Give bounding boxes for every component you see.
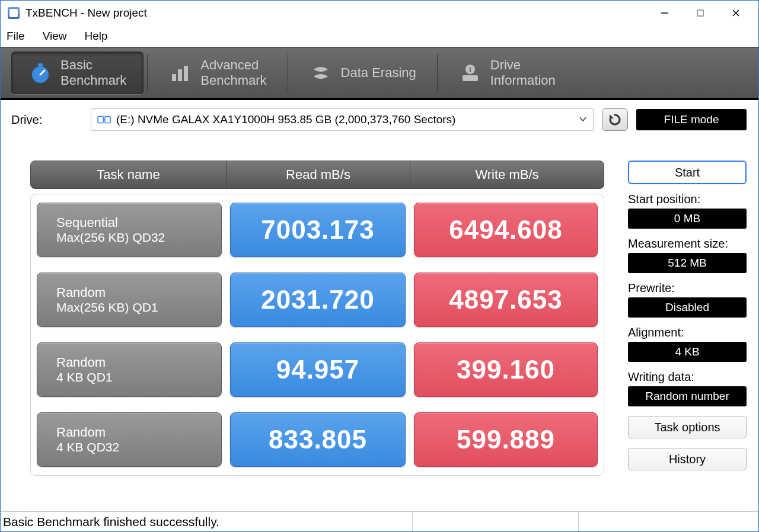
result-row: Random 4 KB QD32 833.805 599.889	[37, 412, 598, 467]
header-read: Read mB/s	[227, 161, 410, 188]
read-value: 833.805	[230, 412, 406, 467]
drive-info-icon: i	[458, 61, 482, 85]
menu-help[interactable]: Help	[84, 30, 107, 43]
svg-rect-9	[184, 66, 188, 81]
read-value: 2031.720	[230, 273, 406, 327]
task-title: Sequential	[56, 215, 221, 230]
bars-icon	[168, 61, 192, 85]
tab-label: Drive	[490, 57, 521, 72]
tab-label: Basic	[60, 57, 93, 72]
chevron-down-icon	[579, 113, 587, 126]
history-button[interactable]: History	[628, 448, 747, 470]
tab-label: Data Erasing	[341, 65, 416, 80]
file-mode-button[interactable]: FILE mode	[636, 109, 747, 130]
menu-view[interactable]: View	[43, 30, 67, 43]
start-button[interactable]: Start	[628, 161, 747, 184]
task-subtitle: 4 KB QD32	[56, 440, 221, 454]
task-subtitle: 4 KB QD1	[56, 370, 221, 384]
app-icon	[8, 7, 20, 19]
task-button-random-4k-qd1[interactable]: Random 4 KB QD1	[37, 342, 222, 397]
status-seg	[578, 512, 756, 531]
status-text: Basic Benchmark finished successfully.	[3, 515, 412, 529]
task-subtitle: Max(256 KB) QD32	[56, 230, 221, 245]
tab-label: Benchmark	[60, 73, 126, 88]
results-column: Task name Read mB/s Write mB/s Sequentia…	[12, 137, 610, 511]
task-options-button[interactable]: Task options	[628, 416, 747, 438]
window-title: TxBENCH - New project	[25, 7, 647, 20]
svg-rect-7	[172, 74, 176, 81]
write-value: 599.889	[414, 412, 598, 467]
status-seg	[412, 512, 578, 531]
menu-file[interactable]: File	[7, 30, 25, 43]
drive-value: (E:) NVMe GALAX XA1Y1000H 953.85 GB (2,0…	[116, 113, 455, 126]
task-button-sequential-qd32[interactable]: Sequential Max(256 KB) QD32	[37, 203, 222, 257]
writing-data-value[interactable]: Random number	[628, 386, 747, 406]
task-button-random-4k-qd32[interactable]: Random 4 KB QD32	[37, 412, 222, 467]
statusbar: Basic Benchmark finished successfully.	[1, 511, 758, 531]
header-write: Write mB/s	[410, 161, 604, 188]
start-position-value[interactable]: 0 MB	[628, 209, 747, 229]
hdd-icon	[97, 114, 111, 125]
menubar: File View Help	[1, 25, 758, 47]
svg-rect-10	[463, 75, 478, 81]
drive-row: Drive: (E:) NVMe GALAX XA1Y1000H 953.85 …	[1, 100, 758, 137]
tab-basic-benchmark[interactable]: BasicBenchmark	[11, 52, 143, 94]
writing-data-label: Writing data:	[628, 370, 747, 384]
results-panel: Sequential Max(256 KB) QD32 7003.173 649…	[30, 194, 604, 476]
tab-label: Information	[490, 73, 556, 88]
svg-rect-5	[38, 63, 43, 66]
task-button-random-qd1[interactable]: Random Max(256 KB) QD1	[37, 273, 222, 327]
svg-text:i: i	[469, 66, 471, 74]
alignment-value[interactable]: 4 KB	[628, 342, 747, 362]
tab-data-erasing[interactable]: Data Erasing	[292, 52, 433, 94]
tab-advanced-benchmark[interactable]: AdvancedBenchmark	[151, 52, 283, 94]
result-row: Random 4 KB QD1 94.957 399.160	[37, 342, 598, 397]
drive-select[interactable]: (E:) NVMe GALAX XA1Y1000H 953.85 GB (2,0…	[91, 108, 594, 131]
minimize-button[interactable]	[647, 1, 683, 25]
window-controls	[647, 1, 754, 25]
main-row: Task name Read mB/s Write mB/s Sequentia…	[1, 137, 758, 511]
toolbar-divider	[147, 54, 148, 92]
tab-drive-information[interactable]: i DriveInformation	[441, 52, 573, 94]
toolbar-divider	[437, 54, 438, 92]
write-value: 399.160	[414, 342, 598, 397]
refresh-button[interactable]	[602, 108, 628, 131]
write-value: 6494.608	[414, 203, 598, 257]
maximize-button[interactable]	[683, 1, 718, 25]
erase-icon	[309, 61, 333, 85]
main-toolbar: BasicBenchmark AdvancedBenchmark Data Er…	[1, 47, 758, 100]
measurement-size-value[interactable]: 512 MB	[628, 253, 747, 273]
task-title: Random	[56, 425, 221, 440]
toolbar-divider	[288, 54, 288, 92]
measurement-size-label: Measurement size:	[628, 237, 747, 251]
start-position-label: Start position:	[628, 193, 747, 206]
refresh-icon	[608, 113, 622, 127]
write-value: 4897.653	[414, 273, 598, 327]
header-task: Task name	[31, 161, 227, 188]
drive-label: Drive:	[11, 113, 82, 127]
tab-label: Advanced	[200, 57, 259, 72]
titlebar: TxBENCH - New project	[1, 1, 758, 25]
alignment-label: Alignment:	[628, 326, 747, 339]
options-column: Start Start position: 0 MB Measurement s…	[628, 137, 747, 511]
prewrite-value[interactable]: Disabled	[628, 297, 747, 318]
close-button[interactable]	[718, 1, 754, 25]
task-title: Random	[56, 355, 221, 370]
read-value: 94.957	[230, 342, 406, 397]
results-header: Task name Read mB/s Write mB/s	[30, 161, 604, 189]
tab-label: Benchmark	[200, 73, 266, 88]
svg-rect-14	[105, 116, 110, 123]
result-row: Random Max(256 KB) QD1 2031.720 4897.653	[37, 273, 598, 327]
app-window: TxBENCH - New project File View Help Bas…	[0, 0, 759, 532]
svg-rect-1	[697, 10, 703, 16]
content-area: Drive: (E:) NVMe GALAX XA1Y1000H 953.85 …	[1, 100, 758, 531]
result-row: Sequential Max(256 KB) QD32 7003.173 649…	[37, 203, 598, 257]
task-subtitle: Max(256 KB) QD1	[56, 300, 221, 315]
stopwatch-icon	[28, 61, 52, 85]
prewrite-label: Prewrite:	[628, 281, 747, 295]
read-value: 7003.173	[230, 203, 406, 257]
svg-rect-13	[98, 116, 103, 123]
task-title: Random	[56, 285, 221, 300]
svg-rect-8	[178, 69, 182, 81]
